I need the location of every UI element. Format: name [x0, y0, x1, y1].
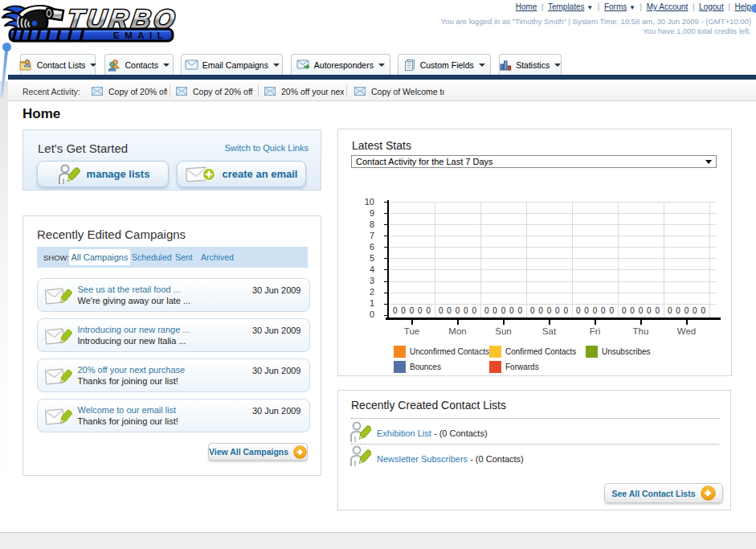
- svg-text:EMAIL: EMAIL: [113, 31, 168, 40]
